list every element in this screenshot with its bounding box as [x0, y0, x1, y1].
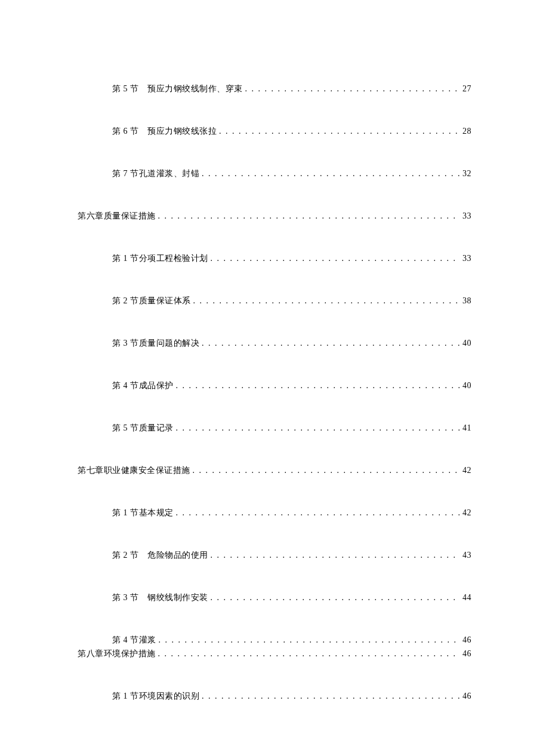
toc-entry: 第七章职业健康安全保证措施42: [78, 465, 471, 476]
toc-leader: [202, 339, 460, 348]
toc-entry: 第 5 节质量记录41: [78, 423, 471, 434]
toc-page-number: 32: [460, 169, 471, 179]
toc-label: 第 5 节 预应力钢绞线制作、穿束: [112, 84, 245, 94]
toc-entry: 第 1 节分项工程检验计划33: [78, 253, 471, 264]
toc-page-number: 43: [460, 551, 471, 560]
toc-label: 第 3 节 钢绞线制作安装: [112, 592, 211, 603]
toc-label: 第七章职业健康安全保证措施: [78, 465, 193, 476]
toc-entry: 第 1 节基本规定42: [78, 508, 471, 518]
toc-entry: 第 7 节孔道灌浆、封锚32: [78, 168, 471, 179]
toc-page-number: 42: [460, 508, 471, 518]
toc-entry: 第 6 节 预应力钢绞线张拉28: [78, 126, 471, 137]
toc-label: 第 1 节基本规定: [112, 508, 176, 518]
toc-page-number: 41: [460, 423, 471, 433]
toc-entry: 第 3 节质量问题的解决40: [78, 338, 471, 349]
toc-entry: 第 2 节质量保证体系38: [78, 296, 471, 306]
toc-page-number: 33: [460, 254, 471, 263]
toc-leader: [245, 84, 461, 94]
toc-label: 第八章环境保护措施: [78, 649, 158, 659]
toc-label: 第 2 节质量保证体系: [112, 296, 193, 306]
toc-entry: 第 3 节 钢绞线制作安装44: [78, 592, 471, 603]
toc-entry: 第 4 节成品保护40: [78, 380, 471, 391]
toc-entry: 第 5 节 预应力钢绞线制作、穿束27: [78, 84, 471, 94]
toc-leader: [176, 381, 461, 391]
toc-page-number: 27: [460, 84, 471, 94]
toc-label: 第 1 节分项工程检验计划: [112, 253, 211, 264]
toc-label: 第 5 节质量记录: [112, 423, 176, 434]
toc-page-number: 33: [460, 211, 471, 221]
toc-leader: [176, 423, 461, 433]
toc-leader: [158, 211, 461, 221]
toc-leader: [193, 466, 461, 475]
toc-entry: 第八章环境保护措施46: [78, 649, 471, 659]
toc-leader: [193, 296, 461, 306]
toc-leader: [211, 551, 461, 560]
toc-label: 第 2 节 危险物品的使用: [112, 550, 211, 561]
toc-leader: [219, 127, 460, 136]
toc-entry: 第 2 节 危险物品的使用43: [78, 550, 471, 561]
toc-page-number: 40: [460, 381, 471, 391]
toc-label: 第 1 节环境因素的识别: [112, 691, 202, 702]
toc-leader: [211, 254, 461, 263]
toc-page-number: 46: [460, 649, 471, 659]
toc-entry: 第 4 节灌浆46: [78, 635, 471, 646]
toc-page-number: 44: [460, 593, 471, 603]
toc-label: 第 3 节质量问题的解决: [112, 338, 202, 349]
toc-leader: [211, 593, 461, 603]
toc-entry: 第 1 节环境因素的识别46: [78, 691, 471, 702]
toc-leader: [158, 649, 461, 659]
toc-page-number: 38: [460, 296, 471, 306]
toc-page-number: 40: [460, 339, 471, 348]
table-of-contents: 第 5 节 预应力钢绞线制作、穿束27第 6 节 预应力钢绞线张拉28第 7 节…: [78, 84, 471, 702]
toc-label: 第 4 节灌浆: [112, 635, 159, 646]
toc-page-number: 42: [460, 466, 471, 475]
toc-page-number: 46: [460, 635, 471, 645]
toc-leader: [176, 508, 461, 518]
toc-leader: [159, 635, 461, 645]
toc-entry: 第六章质量保证措施33: [78, 211, 471, 222]
toc-label: 第 6 节 预应力钢绞线张拉: [112, 126, 219, 137]
toc-label: 第 7 节孔道灌浆、封锚: [112, 168, 202, 179]
toc-page-number: 46: [460, 692, 471, 701]
toc-label: 第六章质量保证措施: [78, 211, 158, 222]
toc-page-number: 28: [460, 127, 471, 136]
toc-leader: [202, 169, 460, 179]
toc-leader: [202, 692, 460, 701]
toc-label: 第 4 节成品保护: [112, 380, 176, 391]
